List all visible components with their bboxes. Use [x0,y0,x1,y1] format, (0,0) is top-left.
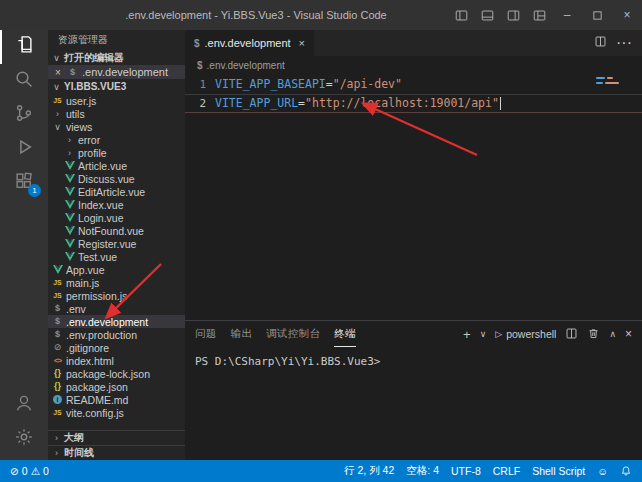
timeline-section-header[interactable]: › 时间线 [48,445,185,460]
panel-tab[interactable]: 终端 [334,321,356,347]
close-icon[interactable]: × [53,67,63,78]
outline-label: 大纲 [64,431,84,445]
errors-icon: ⊘ [10,465,19,477]
more-actions-icon[interactable]: ··· [616,34,632,52]
status-indentation[interactable]: 空格: 4 [406,464,439,478]
tree-item[interactable]: JSmain.js [48,276,185,289]
panel-tab[interactable]: 输出 [231,321,253,347]
status-feedback[interactable]: ☺ [597,465,608,477]
terminal-instance-powershell[interactable]: ▷ powershell [495,328,556,340]
terminal[interactable]: PS D:\CSharp\Yi\Yi.BBS.Vue3> [185,347,642,460]
line-content: VITE_APP_URL="http://localhost:19001/api… [215,94,501,113]
tree-item[interactable]: Index.vue [48,198,185,211]
tree-item[interactable]: ∨views [48,120,185,133]
tree-item[interactable]: JSuser.js [48,94,185,107]
tree-item[interactable]: ⊘.gitignore [48,341,185,354]
kill-terminal-button[interactable] [587,327,600,342]
toggle-panel-icon[interactable] [474,0,500,30]
tree-item[interactable]: <>index.html [48,354,185,367]
split-editor-icon[interactable] [594,34,607,52]
tree-item[interactable]: $.env.development [48,315,185,328]
status-bar: ⊘ 0 ⚠ 0 行 2, 列 42 空格: 4 UTF-8 CRLF Shell… [0,460,642,482]
account-icon [14,393,34,417]
close-button[interactable]: × [612,0,642,30]
close-panel-button[interactable]: × [625,327,632,341]
new-terminal-button[interactable]: + [463,327,471,342]
tree-item[interactable]: $.env.production [48,328,185,341]
toggle-secondary-sidebar-icon[interactable] [500,0,526,30]
tree-item[interactable]: JSvite.config.js [48,406,185,419]
tree-item[interactable]: ›error [48,133,185,146]
activity-search[interactable] [0,64,48,98]
open-editors-header[interactable]: ∨ 打开的编辑器 [48,50,185,65]
minimap[interactable] [596,77,630,87]
tree-item[interactable]: ›profile [48,146,185,159]
code-line[interactable]: 1VITE_APP_BASEAPI="/api-dev" [185,75,642,94]
chevron-right-icon: › [51,433,62,443]
js-icon: JS [52,290,63,301]
tree-item[interactable]: Article.vue [48,159,185,172]
terminal-picker-dropdown[interactable]: ∨ [480,329,487,339]
account-button[interactable] [0,388,48,422]
search-icon [14,69,34,93]
vue-icon [64,200,75,209]
notifications-bell-icon[interactable] [620,465,632,477]
status-problems[interactable]: ⊘ 0 ⚠ 0 [10,465,49,477]
outline-section-header[interactable]: › 大纲 [48,430,185,445]
customize-layout-icon[interactable] [526,0,552,30]
status-eol[interactable]: CRLF [493,465,520,477]
tree-item[interactable]: Test.vue [48,250,185,263]
activity-run-debug[interactable] [0,132,48,166]
tree-item-label: profile [78,147,107,159]
status-language[interactable]: Shell Script [532,465,585,477]
toggle-sidebar-icon[interactable] [448,0,474,30]
tree-item[interactable]: {}package.json [48,380,185,393]
tree-item-label: views [66,121,92,133]
editor-group: $ .env.development × ··· $ .env.developm… [185,30,642,460]
tree-item-label: permission.js [66,290,127,302]
code-editor[interactable]: 1VITE_APP_BASEAPI="/api-dev"2VITE_APP_UR… [185,74,642,320]
tree-item[interactable]: EditArticle.vue [48,185,185,198]
line-content: VITE_APP_BASEAPI="/api-dev" [215,75,402,94]
breadcrumb[interactable]: $ .env.development [185,56,642,74]
panel-tab[interactable]: 调试控制台 [266,321,320,347]
settings-button[interactable] [0,422,48,456]
chevron-right-icon: › [64,135,75,145]
editor-tab-label: .env.development [205,37,291,49]
activity-extensions[interactable]: 1 [0,166,48,200]
open-editor-item[interactable]: × $ .env.development [48,65,185,79]
activity-bar: 1 [0,30,48,460]
code-line[interactable]: 2VITE_APP_URL="http://localhost:19001/ap… [185,94,642,113]
tree-item[interactable]: JSpermission.js [48,289,185,302]
tree-item[interactable]: Register.vue [48,237,185,250]
tree-item[interactable]: ›utils [48,107,185,120]
status-encoding[interactable]: UTF-8 [451,465,481,477]
project-section-header[interactable]: ∨ YI.BBS.VUE3 [48,79,185,94]
maximize-button[interactable] [582,0,612,30]
explorer-title: 资源管理器 [48,30,185,50]
minimize-button[interactable]: – [552,0,582,30]
tree-item[interactable]: iREADME.md [48,393,185,406]
tree-item-label: main.js [66,277,99,289]
tree-item[interactable]: App.vue [48,263,185,276]
editor-tab[interactable]: $ .env.development × [185,30,314,56]
split-terminal-button[interactable] [565,327,578,342]
status-cursor-position[interactable]: 行 2, 列 42 [344,464,394,478]
vue-icon [64,252,75,261]
tree-item[interactable]: Discuss.vue [48,172,185,185]
tree-item[interactable]: $.env [48,302,185,315]
maximize-panel-button[interactable]: ∧ [609,329,616,339]
shell-icon: $ [67,67,78,78]
panel-tab[interactable]: 问题 [195,321,217,347]
tree-item[interactable]: {}package-lock.json [48,367,185,380]
tree-item-label: index.html [66,355,114,367]
activity-source-control[interactable] [0,98,48,132]
editor-tab-bar: $ .env.development × ··· [185,30,642,56]
activity-explorer[interactable] [0,30,48,64]
tree-item-label: .gitignore [66,342,109,354]
tree-item[interactable]: Login.vue [48,211,185,224]
close-icon[interactable]: × [299,37,305,49]
tree-item[interactable]: NotFound.vue [48,224,185,237]
vue-icon [64,187,75,196]
tree-item-label: Register.vue [78,238,136,250]
